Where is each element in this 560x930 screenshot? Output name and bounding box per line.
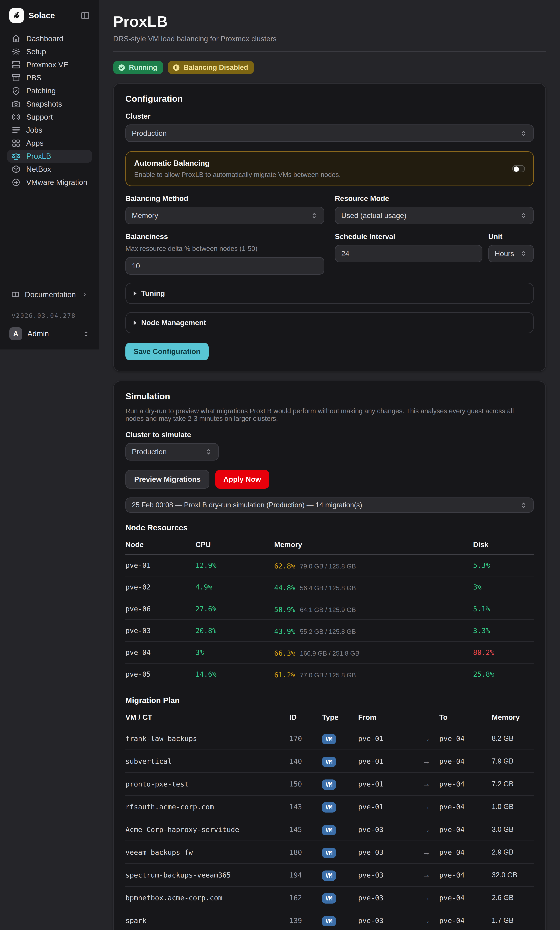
node-row: pve-0112.9%62.8%79.0 GB / 125.8 GB5.3% bbox=[125, 555, 534, 576]
tuning-collapsible[interactable]: Tuning bbox=[125, 283, 534, 304]
simulation-buttons: Preview Migrations Apply Now bbox=[125, 470, 534, 489]
node-memory: 61.2%77.0 GB / 125.8 GB bbox=[274, 669, 473, 679]
migration-to: pve-04 bbox=[439, 871, 492, 879]
gear-icon bbox=[12, 47, 20, 56]
unit-select[interactable]: Hours bbox=[488, 245, 534, 262]
vm-type-badge: VM bbox=[322, 848, 336, 858]
schedule-interval-input[interactable] bbox=[335, 245, 482, 262]
check-circle-icon bbox=[118, 64, 125, 71]
vm-type: VM bbox=[322, 824, 358, 835]
badge-label: Running bbox=[129, 63, 157, 72]
vm-name: veeam-backups-fw bbox=[125, 848, 289, 856]
vm-type-badge: VM bbox=[322, 870, 336, 881]
node-cpu: 27.6% bbox=[195, 605, 274, 613]
sidebar-item-snapshots[interactable]: Snapshots bbox=[7, 97, 92, 111]
node-disk: 3.3% bbox=[473, 627, 534, 634]
sidebar-item-pbs[interactable]: PBS bbox=[7, 71, 92, 85]
box-icon bbox=[12, 165, 20, 174]
apply-now-button[interactable]: Apply Now bbox=[215, 470, 269, 489]
save-configuration-button[interactable]: Save Configuration bbox=[125, 343, 209, 360]
migration-memory: 32.0 GB bbox=[492, 871, 534, 879]
balanciness-input[interactable] bbox=[125, 257, 324, 275]
panel-left-icon[interactable] bbox=[80, 11, 90, 20]
node-memory: 50.9%64.1 GB / 125.9 GB bbox=[274, 604, 473, 614]
chevrons-up-down-icon bbox=[82, 330, 90, 338]
node-cpu: 3% bbox=[195, 648, 274, 656]
vm-type-badge: VM bbox=[322, 825, 336, 835]
node-row: pve-043%66.3%166.9 GB / 251.8 GB80.2% bbox=[125, 642, 534, 664]
user-menu[interactable]: A Admin bbox=[7, 327, 92, 340]
migration-memory: 2.6 GB bbox=[492, 894, 534, 902]
sidebar-item-label: Dashboard bbox=[26, 34, 63, 43]
header-divider bbox=[113, 51, 546, 52]
sidebar-item-dashboard[interactable]: Dashboard bbox=[7, 32, 92, 45]
migration-to: pve-04 bbox=[439, 803, 492, 811]
cluster-select[interactable]: Production bbox=[125, 125, 534, 142]
vm-type: VM bbox=[322, 755, 358, 767]
server-icon bbox=[12, 60, 20, 69]
sidebar-item-support[interactable]: Support bbox=[7, 111, 92, 123]
simulation-card: Simulation Run a dry-run to preview what… bbox=[113, 381, 546, 930]
vm-type: VM bbox=[322, 733, 358, 744]
sidebar-item-setup[interactable]: Setup bbox=[7, 45, 92, 58]
vm-type-badge: VM bbox=[322, 916, 336, 926]
vm-type: VM bbox=[322, 892, 358, 904]
resource-mode-select[interactable]: Used (actual usage) bbox=[335, 207, 534, 224]
user-name: Admin bbox=[28, 330, 77, 338]
node-name: pve-06 bbox=[125, 605, 195, 613]
migration-to: pve-04 bbox=[439, 780, 492, 788]
column-header: VM / CT bbox=[125, 713, 289, 722]
status-badges: RunningBalancing Disabled bbox=[113, 61, 546, 74]
pause-circle-icon bbox=[172, 64, 180, 71]
balanciness-hint: Max resource delta % between nodes (1-50… bbox=[125, 245, 324, 253]
select-chevrons-icon bbox=[520, 212, 527, 219]
node-row: pve-024.9%44.8%56.4 GB / 125.8 GB3% bbox=[125, 576, 534, 598]
sidebar-item-documentation[interactable]: Documentation bbox=[7, 288, 92, 302]
simulation-run-select[interactable]: 25 Feb 00:08 — ProxLB dry-run simulation… bbox=[125, 497, 534, 513]
migration-memory: 3.0 GB bbox=[492, 825, 534, 833]
preview-migrations-button[interactable]: Preview Migrations bbox=[125, 470, 209, 489]
sidebar-item-vmware-migration[interactable]: VMware Migration bbox=[7, 176, 92, 189]
node-resources-table: NodeCPUMemoryDiskpve-0112.9%62.8%79.0 GB… bbox=[125, 534, 534, 685]
sidebar-item-label: Support bbox=[26, 113, 53, 122]
sidebar-nav: DashboardSetupProxmox VEPBSPatchingSnaps… bbox=[7, 32, 92, 189]
node-resources-title: Node Resources bbox=[125, 523, 534, 532]
vm-name: pronto-pxe-test bbox=[125, 780, 289, 788]
brand-name: Solace bbox=[29, 11, 76, 20]
migration-row: spark139VMpve-03→pve-041.7 GB bbox=[125, 909, 534, 930]
column-header: Memory bbox=[274, 540, 473, 549]
balanciness-label: Balanciness bbox=[125, 232, 324, 241]
sidebar-item-apps[interactable]: Apps bbox=[7, 137, 92, 150]
simulation-description: Run a dry-run to preview what migrations… bbox=[125, 407, 534, 422]
vm-type-badge: VM bbox=[322, 757, 336, 767]
arrow-right-icon: → bbox=[414, 871, 439, 879]
toggle-knob bbox=[514, 166, 519, 172]
sidebar-item-jobs[interactable]: Jobs bbox=[7, 123, 92, 137]
badge-label: Balancing Disabled bbox=[183, 63, 248, 72]
arrow-right-icon: → bbox=[414, 757, 439, 765]
select-chevrons-icon bbox=[520, 501, 527, 509]
sidebar-item-label: Jobs bbox=[26, 126, 42, 134]
sidebar-item-label: PBS bbox=[26, 74, 42, 82]
cluster-select-value: Production bbox=[132, 129, 520, 137]
sidebar-item-label: Proxmox VE bbox=[26, 60, 68, 69]
sidebar-item-netbox[interactable]: NetBox bbox=[7, 163, 92, 176]
cluster-to-simulate-select[interactable]: Production bbox=[125, 443, 219, 460]
balancing-method-select[interactable]: Memory bbox=[125, 207, 324, 224]
status-badge-running: Running bbox=[113, 61, 163, 74]
resource-mode-value: Used (actual usage) bbox=[341, 211, 520, 220]
sidebar-item-proxmox-ve[interactable]: Proxmox VE bbox=[7, 58, 92, 71]
node-cpu: 20.8% bbox=[195, 627, 274, 634]
chevron-right-icon bbox=[82, 291, 88, 298]
automatic-balancing-toggle[interactable] bbox=[512, 165, 525, 172]
migration-from: pve-01 bbox=[358, 757, 414, 765]
arrow-right-icon: → bbox=[414, 848, 439, 856]
sidebar-item-patching[interactable]: Patching bbox=[7, 85, 92, 97]
migration-to: pve-04 bbox=[439, 757, 492, 765]
migration-row: bpmnetbox.acme-corp.com162VMpve-03→pve-0… bbox=[125, 887, 534, 909]
node-memory: 43.9%55.2 GB / 125.8 GB bbox=[274, 625, 473, 636]
node-management-collapsible[interactable]: Node Management bbox=[125, 312, 534, 333]
sidebar-item-proxlb[interactable]: ProxLB bbox=[7, 150, 92, 163]
brand-row: Solace bbox=[7, 8, 92, 23]
automatic-balancing-panel: Automatic Balancing Enable to allow Prox… bbox=[125, 151, 534, 186]
